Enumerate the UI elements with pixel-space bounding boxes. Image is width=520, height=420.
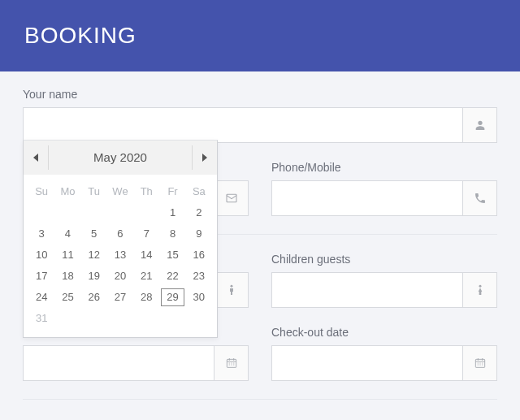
datepicker-day[interactable]: 9 — [186, 223, 212, 245]
datepicker-title[interactable]: May 2020 — [49, 141, 192, 175]
svg-point-1 — [230, 285, 232, 288]
datepicker-day[interactable]: 13 — [107, 245, 133, 266]
datepicker-weekday: Su — [28, 181, 54, 202]
checkin-input[interactable] — [24, 346, 214, 380]
datepicker-day[interactable]: 4 — [54, 223, 80, 245]
datepicker-day[interactable]: 10 — [28, 245, 54, 266]
datepicker-day[interactable]: 29 — [159, 287, 185, 308]
datepicker-day[interactable]: 26 — [81, 287, 107, 308]
datepicker-day[interactable]: 16 — [186, 245, 212, 266]
field-name: Your name — [23, 88, 497, 143]
datepicker-day[interactable]: 25 — [54, 287, 80, 308]
datepicker-day[interactable]: 27 — [107, 287, 133, 308]
datepicker-weekday: Sa — [186, 181, 212, 202]
datepicker-day[interactable]: 7 — [133, 223, 159, 245]
datepicker-weekday: Tu — [81, 181, 107, 202]
datepicker-grid: SuMoTuWeThFrSa12345678910111213141516171… — [24, 175, 217, 337]
page-header: BOOKING — [0, 0, 520, 71]
datepicker-next-button[interactable] — [193, 141, 217, 175]
datepicker-day[interactable]: 14 — [133, 245, 159, 266]
datepicker-weekday: Mo — [54, 181, 80, 202]
datepicker-day[interactable]: 31 — [28, 308, 54, 329]
datepicker-day[interactable]: 11 — [54, 245, 80, 266]
datepicker-day[interactable]: 21 — [133, 266, 159, 287]
label-checkout: Check-out date — [271, 326, 497, 339]
datepicker-day[interactable]: 20 — [107, 266, 133, 287]
divider — [23, 399, 497, 400]
phone-icon — [462, 181, 496, 215]
chevron-right-icon — [202, 154, 207, 162]
user-icon — [462, 108, 496, 142]
datepicker-day[interactable]: 15 — [159, 245, 185, 266]
calendar-icon — [462, 346, 496, 380]
datepicker-day[interactable]: 12 — [81, 245, 107, 266]
datepicker-prev-button[interactable] — [24, 141, 48, 175]
datepicker-day[interactable]: 23 — [186, 266, 212, 287]
field-phone: Phone/Mobile — [271, 161, 497, 216]
datepicker-day[interactable]: 1 — [159, 202, 185, 223]
svg-rect-0 — [227, 194, 236, 201]
datepicker-day[interactable]: 2 — [186, 202, 212, 223]
field-checkout: Check-out date — [271, 326, 497, 381]
children-input[interactable] — [272, 273, 462, 307]
chevron-left-icon — [33, 154, 38, 162]
field-children: Children guests — [271, 253, 497, 308]
female-icon — [462, 273, 496, 307]
datepicker-day[interactable]: 19 — [81, 266, 107, 287]
datepicker-day[interactable]: 17 — [28, 266, 54, 287]
datepicker-day[interactable]: 30 — [186, 287, 212, 308]
datepicker-day[interactable]: 6 — [107, 223, 133, 245]
booking-form: Your name Email Phone/Mobile — [0, 71, 520, 420]
datepicker-popup: May 2020 SuMoTuWeThFrSa12345678910111213… — [23, 140, 218, 338]
label-phone: Phone/Mobile — [271, 161, 497, 174]
envelope-icon — [214, 181, 248, 215]
name-input[interactable] — [24, 108, 462, 142]
datepicker-weekday: Th — [133, 181, 159, 202]
datepicker-day[interactable]: 8 — [159, 223, 185, 245]
label-children: Children guests — [271, 253, 497, 266]
datepicker-day[interactable]: 22 — [159, 266, 185, 287]
page-title: BOOKING — [24, 23, 496, 49]
svg-point-2 — [479, 285, 481, 288]
male-icon — [214, 273, 248, 307]
datepicker-day[interactable]: 18 — [54, 266, 80, 287]
phone-input[interactable] — [272, 181, 462, 215]
datepicker-day[interactable]: 28 — [133, 287, 159, 308]
checkout-input[interactable] — [272, 346, 462, 380]
datepicker-day[interactable]: 24 — [28, 287, 54, 308]
datepicker-weekday: Fr — [159, 181, 185, 202]
datepicker-weekday: We — [107, 181, 133, 202]
calendar-icon — [214, 346, 248, 380]
label-name: Your name — [23, 88, 497, 101]
datepicker-day[interactable]: 5 — [81, 223, 107, 245]
datepicker-day[interactable]: 3 — [28, 223, 54, 245]
